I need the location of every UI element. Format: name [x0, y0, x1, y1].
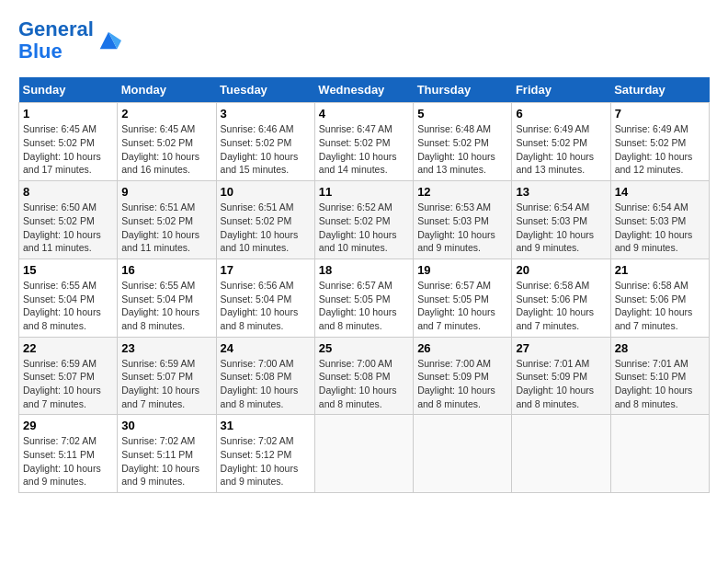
day-number: 12	[417, 185, 507, 199]
day-number: 13	[516, 185, 606, 199]
calendar-cell: 6 Sunrise: 6:49 AM Sunset: 5:02 PM Dayli…	[512, 103, 610, 181]
day-info: Sunrise: 6:57 AM Sunset: 5:05 PM Dayligh…	[417, 279, 507, 333]
calendar-cell: 5 Sunrise: 6:48 AM Sunset: 5:02 PM Dayli…	[414, 103, 512, 181]
calendar-cell: 4 Sunrise: 6:47 AM Sunset: 5:02 PM Dayli…	[314, 103, 413, 181]
calendar-table: SundayMondayTuesdayWednesdayThursdayFrid…	[18, 77, 710, 493]
calendar-cell: 1 Sunrise: 6:45 AM Sunset: 5:02 PM Dayli…	[19, 103, 118, 181]
page-header: General Blue	[18, 18, 710, 63]
day-number: 22	[23, 341, 113, 355]
calendar-cell: 29 Sunrise: 7:02 AM Sunset: 5:11 PM Dayl…	[19, 415, 118, 493]
col-header-thursday: Thursday	[414, 77, 512, 103]
calendar-cell: 27 Sunrise: 7:01 AM Sunset: 5:09 PM Dayl…	[512, 337, 610, 415]
day-number: 15	[23, 263, 113, 277]
day-number: 7	[615, 107, 705, 121]
day-info: Sunrise: 6:56 AM Sunset: 5:04 PM Dayligh…	[221, 279, 311, 333]
calendar-cell: 14 Sunrise: 6:54 AM Sunset: 5:03 PM Dayl…	[610, 181, 709, 259]
day-info: Sunrise: 6:57 AM Sunset: 5:05 PM Dayligh…	[319, 279, 409, 333]
calendar-cell: 18 Sunrise: 6:57 AM Sunset: 5:05 PM Dayl…	[314, 259, 413, 337]
day-info: Sunrise: 7:02 AM Sunset: 5:11 PM Dayligh…	[121, 434, 211, 488]
day-info: Sunrise: 6:51 AM Sunset: 5:02 PM Dayligh…	[121, 201, 211, 255]
calendar-cell: 23 Sunrise: 6:59 AM Sunset: 5:07 PM Dayl…	[118, 337, 216, 415]
day-number: 2	[121, 107, 211, 121]
day-info: Sunrise: 7:02 AM Sunset: 5:11 PM Dayligh…	[23, 434, 113, 488]
calendar-cell: 15 Sunrise: 6:55 AM Sunset: 5:04 PM Dayl…	[19, 259, 118, 337]
day-info: Sunrise: 7:02 AM Sunset: 5:12 PM Dayligh…	[221, 434, 311, 488]
col-header-friday: Friday	[512, 77, 610, 103]
day-number: 26	[417, 341, 507, 355]
day-number: 17	[221, 263, 311, 277]
day-info: Sunrise: 7:00 AM Sunset: 5:08 PM Dayligh…	[319, 357, 409, 411]
day-info: Sunrise: 6:48 AM Sunset: 5:02 PM Dayligh…	[417, 122, 507, 177]
day-number: 4	[319, 107, 409, 121]
calendar-cell: 16 Sunrise: 6:55 AM Sunset: 5:04 PM Dayl…	[118, 259, 216, 337]
day-number: 1	[23, 107, 113, 121]
calendar-cell: 21 Sunrise: 6:58 AM Sunset: 5:06 PM Dayl…	[610, 259, 709, 337]
calendar-cell: 3 Sunrise: 6:46 AM Sunset: 5:02 PM Dayli…	[216, 103, 314, 181]
day-info: Sunrise: 6:55 AM Sunset: 5:04 PM Dayligh…	[23, 279, 113, 333]
day-info: Sunrise: 7:00 AM Sunset: 5:08 PM Dayligh…	[221, 357, 311, 411]
day-info: Sunrise: 6:45 AM Sunset: 5:02 PM Dayligh…	[23, 122, 113, 177]
week-row-4: 22 Sunrise: 6:59 AM Sunset: 5:07 PM Dayl…	[19, 337, 710, 415]
day-number: 31	[221, 419, 311, 432]
day-number: 10	[221, 185, 311, 199]
day-number: 8	[23, 185, 113, 199]
calendar-cell: 20 Sunrise: 6:58 AM Sunset: 5:06 PM Dayl…	[512, 259, 610, 337]
calendar-cell: 13 Sunrise: 6:54 AM Sunset: 5:03 PM Dayl…	[512, 181, 610, 259]
day-info: Sunrise: 6:47 AM Sunset: 5:02 PM Dayligh…	[319, 122, 409, 177]
day-info: Sunrise: 6:53 AM Sunset: 5:03 PM Dayligh…	[417, 201, 507, 255]
day-number: 18	[319, 263, 409, 277]
day-number: 23	[121, 341, 211, 355]
day-number: 28	[615, 341, 705, 355]
calendar-cell: 8 Sunrise: 6:50 AM Sunset: 5:02 PM Dayli…	[19, 181, 118, 259]
day-info: Sunrise: 6:59 AM Sunset: 5:07 PM Dayligh…	[23, 357, 113, 411]
day-number: 9	[121, 185, 211, 199]
logo-icon	[96, 28, 121, 53]
week-row-1: 1 Sunrise: 6:45 AM Sunset: 5:02 PM Dayli…	[19, 103, 710, 181]
day-info: Sunrise: 6:49 AM Sunset: 5:02 PM Dayligh…	[516, 122, 606, 177]
day-number: 5	[417, 107, 507, 121]
calendar-cell: 10 Sunrise: 6:51 AM Sunset: 5:02 PM Dayl…	[216, 181, 314, 259]
day-number: 19	[417, 263, 507, 277]
calendar-cell: 22 Sunrise: 6:59 AM Sunset: 5:07 PM Dayl…	[19, 337, 118, 415]
calendar-cell: 19 Sunrise: 6:57 AM Sunset: 5:05 PM Dayl…	[414, 259, 512, 337]
day-number: 25	[319, 341, 409, 355]
calendar-cell	[610, 415, 709, 493]
day-number: 3	[221, 107, 311, 121]
calendar-cell: 7 Sunrise: 6:49 AM Sunset: 5:02 PM Dayli…	[610, 103, 709, 181]
day-number: 6	[516, 107, 606, 121]
calendar-cell: 2 Sunrise: 6:45 AM Sunset: 5:02 PM Dayli…	[118, 103, 216, 181]
day-info: Sunrise: 6:52 AM Sunset: 5:02 PM Dayligh…	[319, 201, 409, 255]
day-number: 11	[319, 185, 409, 199]
day-number: 27	[516, 341, 606, 355]
col-header-tuesday: Tuesday	[216, 77, 314, 103]
calendar-cell: 12 Sunrise: 6:53 AM Sunset: 5:03 PM Dayl…	[414, 181, 512, 259]
calendar-cell: 11 Sunrise: 6:52 AM Sunset: 5:02 PM Dayl…	[314, 181, 413, 259]
week-row-3: 15 Sunrise: 6:55 AM Sunset: 5:04 PM Dayl…	[19, 259, 710, 337]
day-info: Sunrise: 6:54 AM Sunset: 5:03 PM Dayligh…	[516, 201, 606, 255]
calendar-cell: 17 Sunrise: 6:56 AM Sunset: 5:04 PM Dayl…	[216, 259, 314, 337]
day-number: 21	[615, 263, 705, 277]
day-info: Sunrise: 7:00 AM Sunset: 5:09 PM Dayligh…	[417, 357, 507, 411]
calendar-cell	[512, 415, 610, 493]
day-number: 20	[516, 263, 606, 277]
calendar-cell: 9 Sunrise: 6:51 AM Sunset: 5:02 PM Dayli…	[118, 181, 216, 259]
day-info: Sunrise: 6:50 AM Sunset: 5:02 PM Dayligh…	[23, 201, 113, 255]
calendar-cell: 25 Sunrise: 7:00 AM Sunset: 5:08 PM Dayl…	[314, 337, 413, 415]
calendar-cell	[414, 415, 512, 493]
col-header-saturday: Saturday	[610, 77, 709, 103]
day-info: Sunrise: 6:45 AM Sunset: 5:02 PM Dayligh…	[121, 122, 211, 177]
calendar-cell	[314, 415, 413, 493]
day-number: 16	[121, 263, 211, 277]
day-info: Sunrise: 7:01 AM Sunset: 5:10 PM Dayligh…	[615, 357, 705, 411]
day-info: Sunrise: 6:59 AM Sunset: 5:07 PM Dayligh…	[121, 357, 211, 411]
logo-text: General Blue	[18, 18, 94, 63]
day-number: 30	[121, 419, 211, 432]
logo: General Blue	[18, 18, 121, 63]
day-info: Sunrise: 6:51 AM Sunset: 5:02 PM Dayligh…	[221, 201, 311, 255]
col-header-wednesday: Wednesday	[314, 77, 413, 103]
calendar-cell: 28 Sunrise: 7:01 AM Sunset: 5:10 PM Dayl…	[610, 337, 709, 415]
day-info: Sunrise: 6:46 AM Sunset: 5:02 PM Dayligh…	[221, 122, 311, 177]
col-header-monday: Monday	[118, 77, 216, 103]
day-number: 29	[23, 419, 113, 432]
calendar-cell: 26 Sunrise: 7:00 AM Sunset: 5:09 PM Dayl…	[414, 337, 512, 415]
